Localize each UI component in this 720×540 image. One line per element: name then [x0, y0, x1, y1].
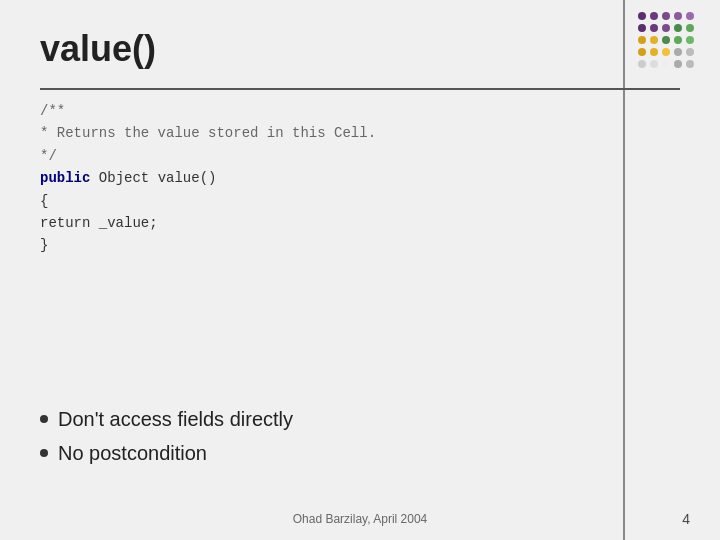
bullet-text-2: No postcondition [58, 436, 207, 470]
code-block: /** * Returns the value stored in this C… [40, 100, 376, 257]
svg-point-18 [674, 48, 682, 56]
svg-point-24 [686, 60, 694, 68]
vertical-rule [623, 0, 625, 540]
svg-point-14 [686, 36, 694, 44]
title-rule [40, 88, 680, 90]
slide-title: value() [40, 28, 156, 70]
code-line-3: */ [40, 145, 376, 167]
bullet-item-1: Don't access fields directly [40, 402, 293, 436]
bullet-text-1: Don't access fields directly [58, 402, 293, 436]
code-line-4: public Object value() [40, 167, 376, 189]
bullet-dot-2 [40, 449, 48, 457]
code-line-6: return _value; [40, 212, 376, 234]
svg-point-15 [638, 48, 646, 56]
svg-point-21 [650, 60, 658, 68]
footer: Ohad Barzilay, April 2004 4 [0, 512, 720, 526]
svg-point-2 [662, 12, 670, 20]
svg-point-23 [674, 60, 682, 68]
bullet-list: Don't access fields directly No postcond… [40, 402, 293, 470]
svg-point-20 [638, 60, 646, 68]
svg-point-12 [662, 36, 670, 44]
svg-point-5 [638, 24, 646, 32]
code-line-7: } [40, 234, 376, 256]
code-line-5: { [40, 190, 376, 212]
svg-point-19 [686, 48, 694, 56]
code-line-2: * Returns the value stored in this Cell. [40, 122, 376, 144]
svg-point-13 [674, 36, 682, 44]
code-line-1: /** [40, 100, 376, 122]
svg-point-17 [662, 48, 670, 56]
page-number: 4 [682, 511, 690, 527]
svg-point-11 [650, 36, 658, 44]
bullet-item-2: No postcondition [40, 436, 293, 470]
svg-point-6 [650, 24, 658, 32]
svg-point-9 [686, 24, 694, 32]
footer-credit: Ohad Barzilay, April 2004 [0, 512, 720, 526]
svg-point-16 [650, 48, 658, 56]
svg-point-10 [638, 36, 646, 44]
svg-point-1 [650, 12, 658, 20]
svg-point-7 [662, 24, 670, 32]
bullet-dot-1 [40, 415, 48, 423]
slide: value() /** * Returns the value stored i… [0, 0, 720, 540]
svg-point-4 [686, 12, 694, 20]
svg-point-8 [674, 24, 682, 32]
svg-point-3 [674, 12, 682, 20]
dot-grid-decoration [630, 8, 710, 88]
svg-point-22 [662, 60, 670, 68]
svg-point-0 [638, 12, 646, 20]
